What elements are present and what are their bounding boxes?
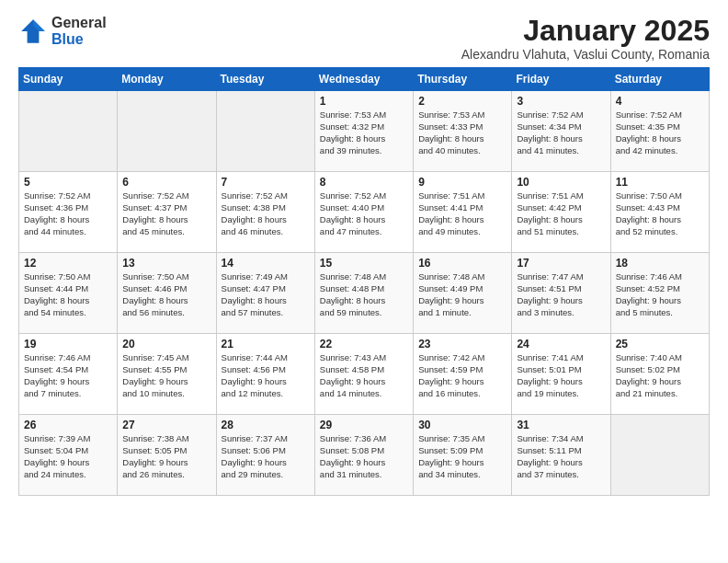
- table-row: 26Sunrise: 7:39 AM Sunset: 5:04 PM Dayli…: [19, 415, 118, 496]
- day-info: Sunrise: 7:37 AM Sunset: 5:06 PM Dayligh…: [222, 433, 310, 480]
- table-row: 23Sunrise: 7:42 AM Sunset: 4:59 PM Dayli…: [414, 334, 512, 415]
- day-number: 4: [616, 95, 704, 108]
- day-number: 29: [320, 419, 408, 431]
- table-row: 2Sunrise: 7:53 AM Sunset: 4:33 PM Daylig…: [414, 91, 512, 172]
- table-row: 4Sunrise: 7:52 AM Sunset: 4:35 PM Daylig…: [610, 91, 709, 172]
- table-row: 30Sunrise: 7:35 AM Sunset: 5:09 PM Dayli…: [414, 415, 512, 496]
- logo-text: General Blue: [51, 15, 107, 47]
- day-number: 28: [222, 419, 310, 431]
- day-info: Sunrise: 7:42 AM Sunset: 4:59 PM Dayligh…: [418, 352, 506, 399]
- table-row: 3Sunrise: 7:52 AM Sunset: 4:34 PM Daylig…: [512, 91, 610, 172]
- day-info: Sunrise: 7:48 AM Sunset: 4:49 PM Dayligh…: [418, 271, 506, 318]
- col-friday: Friday: [512, 68, 610, 91]
- page: General Blue January 2025 Alexandru Vlah…: [0, 0, 728, 511]
- table-row: 1Sunrise: 7:53 AM Sunset: 4:32 PM Daylig…: [314, 91, 413, 172]
- table-row: 12Sunrise: 7:50 AM Sunset: 4:44 PM Dayli…: [19, 253, 118, 334]
- day-info: Sunrise: 7:46 AM Sunset: 4:54 PM Dayligh…: [24, 352, 112, 399]
- day-number: 22: [320, 338, 408, 350]
- day-number: 19: [24, 338, 112, 350]
- day-info: Sunrise: 7:34 AM Sunset: 5:11 PM Dayligh…: [517, 433, 605, 480]
- day-number: 14: [222, 257, 310, 270]
- table-row: 10Sunrise: 7:51 AM Sunset: 4:42 PM Dayli…: [512, 172, 610, 253]
- day-number: 27: [122, 419, 210, 431]
- day-info: Sunrise: 7:51 AM Sunset: 4:42 PM Dayligh…: [517, 190, 605, 237]
- day-info: Sunrise: 7:52 AM Sunset: 4:37 PM Dayligh…: [122, 190, 210, 237]
- table-row: 18Sunrise: 7:46 AM Sunset: 4:52 PM Dayli…: [610, 253, 709, 334]
- table-row: 29Sunrise: 7:36 AM Sunset: 5:08 PM Dayli…: [314, 415, 413, 496]
- day-info: Sunrise: 7:52 AM Sunset: 4:38 PM Dayligh…: [222, 190, 310, 237]
- table-row: 31Sunrise: 7:34 AM Sunset: 5:11 PM Dayli…: [512, 415, 610, 496]
- day-number: 21: [222, 338, 310, 350]
- logo-icon: [18, 17, 48, 46]
- table-row: 22Sunrise: 7:43 AM Sunset: 4:58 PM Dayli…: [314, 334, 413, 415]
- day-number: 13: [122, 257, 210, 270]
- col-saturday: Saturday: [610, 68, 709, 91]
- day-number: 1: [320, 95, 408, 108]
- day-number: 10: [517, 176, 605, 189]
- day-info: Sunrise: 7:46 AM Sunset: 4:52 PM Dayligh…: [616, 271, 704, 318]
- day-number: 24: [517, 338, 605, 350]
- table-row: 5Sunrise: 7:52 AM Sunset: 4:36 PM Daylig…: [19, 172, 118, 253]
- day-number: 3: [517, 95, 605, 108]
- day-info: Sunrise: 7:50 AM Sunset: 4:43 PM Dayligh…: [616, 190, 704, 237]
- day-info: Sunrise: 7:45 AM Sunset: 4:55 PM Dayligh…: [122, 352, 210, 399]
- table-row: 27Sunrise: 7:38 AM Sunset: 5:05 PM Dayli…: [118, 415, 216, 496]
- table-row: 20Sunrise: 7:45 AM Sunset: 4:55 PM Dayli…: [118, 334, 216, 415]
- col-tuesday: Tuesday: [216, 68, 314, 91]
- logo: General Blue: [18, 15, 107, 47]
- day-number: 5: [24, 176, 112, 189]
- day-number: 23: [418, 338, 506, 350]
- day-number: 26: [24, 419, 112, 431]
- calendar-table: Sunday Monday Tuesday Wednesday Thursday…: [18, 67, 710, 496]
- col-wednesday: Wednesday: [314, 68, 413, 91]
- calendar-subtitle: Alexandru Vlahuta, Vaslui County, Romani…: [461, 47, 710, 62]
- day-number: 12: [24, 257, 112, 270]
- day-info: Sunrise: 7:36 AM Sunset: 5:08 PM Dayligh…: [320, 433, 408, 480]
- col-sunday: Sunday: [19, 68, 118, 91]
- day-info: Sunrise: 7:43 AM Sunset: 4:58 PM Dayligh…: [320, 352, 408, 399]
- table-row: [610, 415, 709, 496]
- table-row: [118, 91, 216, 172]
- week-row-5: 26Sunrise: 7:39 AM Sunset: 5:04 PM Dayli…: [19, 415, 710, 496]
- day-info: Sunrise: 7:51 AM Sunset: 4:41 PM Dayligh…: [418, 190, 506, 237]
- day-info: Sunrise: 7:40 AM Sunset: 5:02 PM Dayligh…: [616, 352, 704, 399]
- table-row: [216, 91, 314, 172]
- day-info: Sunrise: 7:52 AM Sunset: 4:35 PM Dayligh…: [616, 109, 704, 156]
- day-info: Sunrise: 7:50 AM Sunset: 4:44 PM Dayligh…: [24, 271, 112, 318]
- day-info: Sunrise: 7:52 AM Sunset: 4:40 PM Dayligh…: [320, 190, 408, 237]
- day-info: Sunrise: 7:38 AM Sunset: 5:05 PM Dayligh…: [122, 433, 210, 480]
- logo-general-text: General: [51, 15, 107, 31]
- day-number: 30: [418, 419, 506, 431]
- title-block: January 2025 Alexandru Vlahuta, Vaslui C…: [461, 15, 710, 62]
- table-row: 6Sunrise: 7:52 AM Sunset: 4:37 PM Daylig…: [118, 172, 216, 253]
- table-row: 21Sunrise: 7:44 AM Sunset: 4:56 PM Dayli…: [216, 334, 314, 415]
- table-row: 8Sunrise: 7:52 AM Sunset: 4:40 PM Daylig…: [314, 172, 413, 253]
- day-info: Sunrise: 7:47 AM Sunset: 4:51 PM Dayligh…: [517, 271, 605, 318]
- week-row-4: 19Sunrise: 7:46 AM Sunset: 4:54 PM Dayli…: [19, 334, 710, 415]
- day-number: 20: [122, 338, 210, 350]
- header-row: Sunday Monday Tuesday Wednesday Thursday…: [19, 68, 710, 91]
- day-info: Sunrise: 7:52 AM Sunset: 4:36 PM Dayligh…: [24, 190, 112, 237]
- table-row: 17Sunrise: 7:47 AM Sunset: 4:51 PM Dayli…: [512, 253, 610, 334]
- week-row-3: 12Sunrise: 7:50 AM Sunset: 4:44 PM Dayli…: [19, 253, 710, 334]
- calendar-title: January 2025: [461, 15, 710, 47]
- table-row: 14Sunrise: 7:49 AM Sunset: 4:47 PM Dayli…: [216, 253, 314, 334]
- day-info: Sunrise: 7:50 AM Sunset: 4:46 PM Dayligh…: [122, 271, 210, 318]
- day-number: 16: [418, 257, 506, 270]
- day-info: Sunrise: 7:53 AM Sunset: 4:32 PM Dayligh…: [320, 109, 408, 156]
- col-monday: Monday: [118, 68, 216, 91]
- day-info: Sunrise: 7:35 AM Sunset: 5:09 PM Dayligh…: [418, 433, 506, 480]
- table-row: 25Sunrise: 7:40 AM Sunset: 5:02 PM Dayli…: [610, 334, 709, 415]
- header: General Blue January 2025 Alexandru Vlah…: [18, 15, 710, 62]
- table-row: 11Sunrise: 7:50 AM Sunset: 4:43 PM Dayli…: [610, 172, 709, 253]
- day-number: 15: [320, 257, 408, 270]
- day-number: 25: [616, 338, 704, 350]
- table-row: 19Sunrise: 7:46 AM Sunset: 4:54 PM Dayli…: [19, 334, 118, 415]
- table-row: 13Sunrise: 7:50 AM Sunset: 4:46 PM Dayli…: [118, 253, 216, 334]
- day-number: 31: [517, 419, 605, 431]
- table-row: [19, 91, 118, 172]
- day-info: Sunrise: 7:41 AM Sunset: 5:01 PM Dayligh…: [517, 352, 605, 399]
- day-number: 2: [418, 95, 506, 108]
- day-info: Sunrise: 7:53 AM Sunset: 4:33 PM Dayligh…: [418, 109, 506, 156]
- day-number: 7: [222, 176, 310, 189]
